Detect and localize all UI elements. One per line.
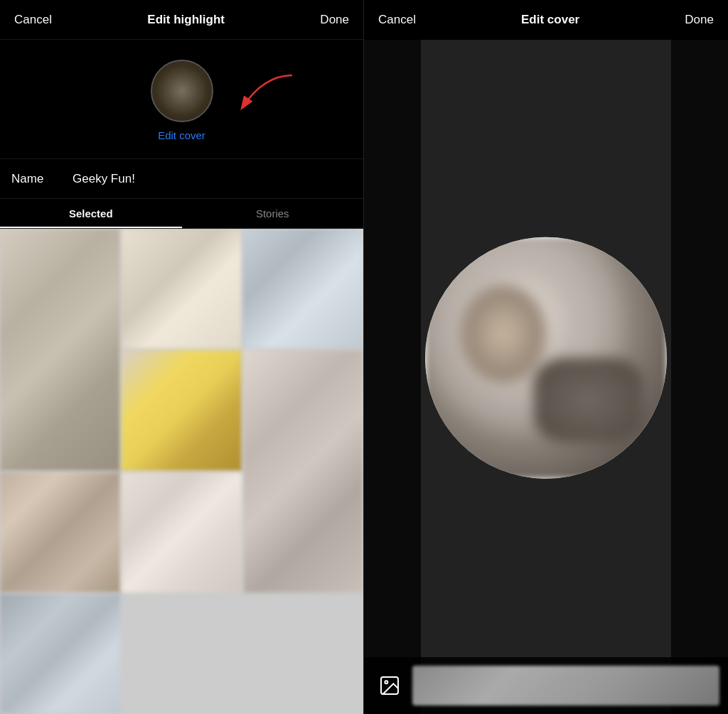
dark-overlay-right <box>671 40 728 714</box>
grid-cell[interactable] <box>122 350 242 470</box>
grid-cell[interactable] <box>122 229 242 349</box>
cover-preview-circle[interactable] <box>425 237 667 478</box>
svg-point-1 <box>385 681 387 683</box>
tab-selected[interactable]: Selected <box>0 199 182 228</box>
right-nav-bar: Cancel Edit cover Done <box>364 0 728 40</box>
left-nav-title: Edit highlight <box>147 13 225 27</box>
left-nav-bar: Cancel Edit highlight Done <box>0 0 363 40</box>
cover-preview-image <box>425 237 667 478</box>
bottom-thumbnail-bar <box>364 657 728 714</box>
edit-cover-arrow <box>221 68 306 125</box>
name-label: Name <box>11 172 61 186</box>
grid-cell[interactable] <box>243 229 363 349</box>
grid-cell[interactable] <box>122 472 242 593</box>
tabs-bar: Selected Stories <box>0 199 363 229</box>
right-done-button[interactable]: Done <box>682 7 717 33</box>
right-cancel-button[interactable]: Cancel <box>375 7 419 33</box>
stories-grid <box>0 229 363 714</box>
left-panel: Cancel Edit highlight Done Edit cover Na… <box>0 0 364 714</box>
name-value[interactable]: Geeky Fun! <box>73 172 135 186</box>
right-nav-title: Edit cover <box>521 13 579 27</box>
left-done-button[interactable]: Done <box>317 7 352 33</box>
cover-circle[interactable] <box>151 60 213 122</box>
name-row: Name Geeky Fun! <box>0 159 363 199</box>
grid-cell[interactable] <box>0 472 120 593</box>
edit-cover-button[interactable]: Edit cover <box>158 129 205 141</box>
grid-cell[interactable] <box>0 229 120 471</box>
cover-circle-image <box>152 61 212 121</box>
thumbnails-strip[interactable] <box>412 666 719 705</box>
right-content-area <box>364 40 728 714</box>
tab-stories[interactable]: Stories <box>182 199 364 228</box>
grid-cell[interactable] <box>243 350 363 593</box>
right-panel: Cancel Edit cover Done <box>364 0 728 714</box>
cover-section: Edit cover <box>0 40 363 159</box>
dark-overlay-left <box>364 40 421 714</box>
photo-library-button[interactable] <box>373 669 407 703</box>
grid-cell[interactable] <box>0 594 120 714</box>
stories-grid-inner <box>0 229 363 714</box>
left-cancel-button[interactable]: Cancel <box>11 7 55 33</box>
